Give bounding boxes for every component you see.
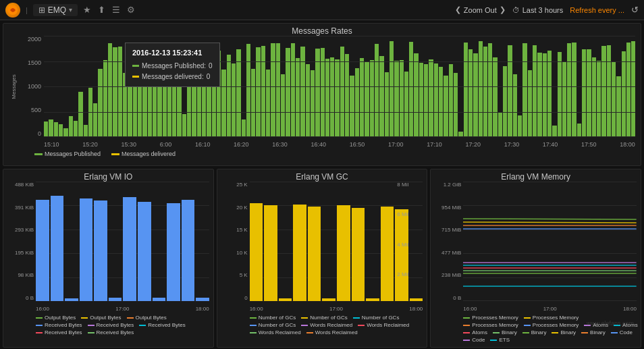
- io-bar: [167, 203, 180, 301]
- io-bar: [123, 197, 136, 301]
- bar: [315, 49, 319, 137]
- bar: [582, 49, 586, 137]
- erlang-gc-panel: Erlang VM GC 25 K 20 K 15 K 10 K 5 K 0: [217, 169, 428, 348]
- bar: [321, 48, 325, 137]
- bar: [370, 60, 374, 137]
- bar: [311, 70, 315, 137]
- bar: [537, 53, 541, 137]
- bar: [182, 114, 186, 137]
- io-legend: Output Bytes Output Bytes Output Bytes R…: [3, 313, 213, 338]
- bar: [261, 46, 265, 137]
- save-icon[interactable]: ☰: [112, 5, 120, 15]
- bar: [266, 70, 270, 137]
- zoom-out-button[interactable]: Zoom Out: [464, 6, 497, 14]
- bar: [63, 128, 68, 137]
- zoom-controls: ❮ Zoom Out ❯: [455, 5, 506, 14]
- bar: [592, 57, 596, 137]
- bar: [518, 115, 522, 137]
- bar: [375, 44, 379, 137]
- dropdown-chevron-icon: ▾: [69, 6, 72, 14]
- bar: [473, 53, 477, 137]
- memory-y-labels: 1.2 GiB 954 MiB 715 MiB 477 MiB 238 MiB …: [435, 182, 463, 301]
- memory-legend: Processes Memory Processes Memory Proces…: [431, 313, 641, 346]
- dashboard-dropdown[interactable]: ⊞ EMQ ▾: [33, 4, 78, 16]
- io-bar: [94, 200, 107, 301]
- io-y-labels: 488 KiB 391 KiB 293 KiB 195 KiB 98 KiB 0…: [7, 182, 36, 301]
- bar: [281, 74, 285, 137]
- bar: [612, 62, 616, 137]
- legend-published: Messages Published: [34, 151, 101, 157]
- bar: [409, 42, 413, 137]
- refresh-icon[interactable]: ↺: [631, 5, 639, 15]
- bar: [88, 88, 92, 137]
- share-icon[interactable]: ⬆: [98, 5, 105, 15]
- settings-icon[interactable]: ⚙: [127, 5, 135, 15]
- bar: [508, 45, 512, 137]
- io-bar: [138, 202, 151, 301]
- gc-bar: [308, 207, 321, 301]
- bar: [616, 76, 620, 138]
- erlang-memory-panel: Erlang VM Memory 1.2 GiB 954 MiB 715 MiB…: [430, 169, 641, 348]
- zoom-left-icon[interactable]: ❮: [455, 5, 461, 14]
- bar: [385, 72, 389, 138]
- main-content: Messages Rates Messages 2000 1500 1000 5…: [0, 20, 644, 349]
- legend-delivered: Messages delivered: [111, 151, 176, 157]
- bar: [498, 113, 502, 137]
- bar: [103, 60, 107, 137]
- memory-svg: [463, 182, 637, 301]
- bar: [345, 54, 349, 137]
- messages-rates-chart: Messages 2000 1500 1000 500 0 2016-12-13…: [9, 36, 635, 149]
- bar: [607, 45, 611, 137]
- bar: [631, 41, 635, 137]
- bar: [330, 57, 334, 137]
- bar: [567, 43, 571, 137]
- time-range-picker[interactable]: ⏱ Last 3 hours: [512, 6, 564, 14]
- bar: [533, 45, 537, 137]
- bar: [622, 51, 626, 137]
- grid-icon: ⊞: [38, 5, 45, 15]
- refresh-label[interactable]: Refresh every ...: [570, 6, 624, 14]
- bar: [483, 47, 487, 137]
- memory-x-labels: 16:00 17:00 18:00: [463, 301, 637, 313]
- bar: [528, 70, 532, 137]
- bar: [626, 43, 630, 137]
- app-logo[interactable]: [5, 3, 20, 18]
- star-icon[interactable]: ★: [83, 5, 91, 15]
- bar: [232, 63, 236, 137]
- bar: [69, 116, 73, 137]
- bar: [44, 122, 48, 137]
- io-bar: [80, 198, 93, 301]
- bar: [93, 103, 97, 137]
- erlang-io-chart: 488 KiB 391 KiB 293 KiB 195 KiB 98 KiB 0…: [7, 182, 209, 313]
- bar: [113, 47, 117, 137]
- bar: [552, 126, 556, 137]
- gc-y-labels-left: 25 K 20 K 15 K 10 K 5 K 0: [221, 182, 250, 301]
- bar: [434, 63, 438, 137]
- legend-delivered-color: [111, 153, 119, 155]
- bar: [547, 51, 552, 137]
- bar: [98, 69, 102, 137]
- bars-area: 2016-12-13 15:23:41 Messages Published: …: [44, 36, 635, 137]
- io-bars: [36, 182, 209, 301]
- bar: [246, 44, 250, 137]
- bar: [424, 64, 428, 137]
- bar: [479, 41, 483, 137]
- topbar-separator: |: [26, 6, 28, 14]
- bar: [300, 47, 304, 137]
- bar: [419, 63, 423, 137]
- bar: [558, 52, 562, 137]
- io-bar: [51, 196, 64, 301]
- bar: [236, 49, 240, 137]
- bar: [286, 48, 290, 137]
- bar: [256, 47, 260, 137]
- bar: [276, 43, 280, 137]
- gc-bar: [264, 205, 277, 301]
- bar: [464, 43, 468, 137]
- bar: [221, 70, 225, 137]
- messages-rates-title: Messages Rates: [3, 24, 641, 36]
- io-bar: [36, 200, 49, 301]
- bar: [291, 43, 295, 137]
- io-x-labels: 16:00 17:00 18:00: [36, 301, 209, 313]
- zoom-right-icon[interactable]: ❯: [500, 5, 506, 14]
- dashboard-name: EMQ: [48, 5, 66, 15]
